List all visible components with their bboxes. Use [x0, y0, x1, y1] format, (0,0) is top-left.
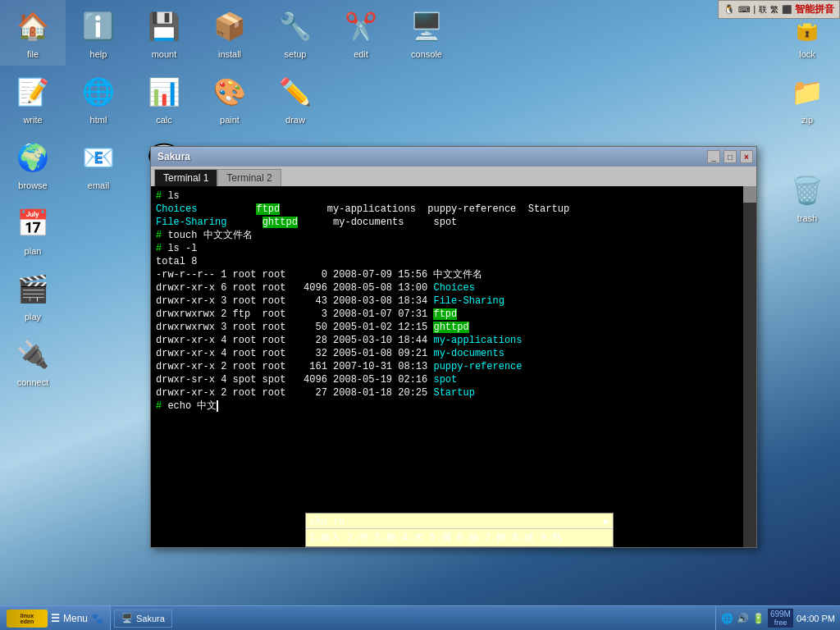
- icon-mount[interactable]: 💾 mount: [131, 0, 197, 66]
- icon-trash[interactable]: 🗑️ trash: [774, 164, 840, 230]
- icon-write[interactable]: 📝 write: [0, 66, 66, 131]
- taskbar-sakura-btn[interactable]: 🖥️ Sakura: [114, 609, 172, 628]
- desktop: 🐧 ⌨ | 联 繁 ⬛ 智能拼音 🏠 file ℹ️ help 💾 mount …: [0, 0, 840, 630]
- memory-amount: 699M: [770, 609, 791, 619]
- terminal-line: drwxr-sr-x 4 spot spot 4096 2008-05-19 0…: [156, 373, 751, 386]
- systray: 🌐 🔊 🔋 699M free 04:00 PM: [715, 606, 840, 630]
- icon-paint[interactable]: 🎨 paint: [197, 66, 262, 131]
- icon-calc[interactable]: 📊 calc: [131, 66, 197, 131]
- icon-play-label: play: [25, 312, 41, 322]
- terminal-line: drwxrwxrwx 3 root root 50 2005-01-02 12:…: [156, 321, 751, 334]
- memory-label: free: [770, 619, 791, 627]
- mount-icon: 💾: [144, 7, 184, 46]
- icon-draw-label: draw: [285, 115, 305, 125]
- speaker-icon: 🔊: [737, 613, 749, 624]
- icon-edit-label: edit: [354, 49, 368, 59]
- terminal-line: drwxr-xr-x 6 root root 4096 2008-05-08 1…: [156, 281, 751, 294]
- start-label: ☰: [51, 613, 60, 624]
- draw-icon: ✏️: [276, 72, 315, 112]
- help-icon: ℹ️: [79, 7, 118, 46]
- icon-help[interactable]: ℹ️ help: [66, 0, 131, 66]
- write-icon: 📝: [13, 72, 52, 112]
- minimize-button[interactable]: _: [707, 150, 720, 163]
- icon-install-label: install: [218, 49, 241, 59]
- taskbar: linuxeden ☰ Menu 🐾 🖥️ Sakura 🌐 🔊 🔋 699M …: [0, 605, 840, 630]
- console-icon: 🖥️: [407, 7, 446, 46]
- terminal-line: # echo 中文​: [156, 399, 751, 413]
- terminal-line: drwxr-xr-x 4 root root 28 2005-03-10 18:…: [156, 334, 751, 347]
- ime-icon5: ⬛: [782, 5, 792, 14]
- icon-install[interactable]: 📦 install: [197, 0, 262, 66]
- file-icon: 🏠: [13, 7, 52, 46]
- maximize-button[interactable]: □: [724, 150, 737, 163]
- terminal-line: drwxr-xr-x 2 root root 27 2008-01-18 20:…: [156, 386, 751, 399]
- autocomplete-options[interactable]: 1.输入 2.书 3.数 4.术 5.属 6.输 7.树 8.述 9.熟: [306, 529, 613, 546]
- menu-label: Menu: [63, 613, 88, 624]
- autocomplete-popup[interactable]: shu ru ▶ 1.输入 2.书 3.数 4.术 5.属 6.输 7.树 8.…: [305, 513, 614, 547]
- ime-icon3: 联: [759, 4, 767, 16]
- memory-display: 699M free: [768, 609, 793, 628]
- ime-label: 智能拼音: [795, 2, 834, 16]
- battery-icon: 🔋: [752, 613, 765, 624]
- terminal-line: drwxr-xr-x 2 root root 161 2007-10-31 08…: [156, 360, 751, 373]
- tab-terminal1[interactable]: Terminal 1: [154, 169, 217, 186]
- calc-icon: 📊: [144, 72, 184, 112]
- taskbar-app-label: Sakura: [136, 614, 165, 623]
- ime-status-icon: ⌨: [738, 5, 750, 14]
- setup-icon: 🔧: [276, 7, 315, 46]
- window-titlebar: Sakura _ □ ×: [151, 147, 756, 167]
- terminal-line: -rw-r--r-- 1 root root 0 2008-07-09 15:5…: [156, 268, 751, 281]
- icon-plan-label: plan: [25, 246, 42, 256]
- clock: 04:00 PM: [797, 614, 835, 623]
- icon-zip[interactable]: 📁 zip: [774, 66, 840, 131]
- icon-setup[interactable]: 🔧 setup: [262, 0, 328, 66]
- terminal-scrollbar[interactable]: [743, 186, 756, 547]
- install-icon: 📦: [210, 7, 249, 46]
- icon-paint-label: paint: [220, 115, 240, 125]
- icon-draw[interactable]: ✏️ draw: [262, 66, 328, 131]
- autocomplete-text: shu ru: [309, 515, 345, 527]
- icon-lock-label: lock: [799, 49, 815, 59]
- paw-icon: 🐾: [91, 613, 103, 624]
- ime-icon4: 繁: [770, 4, 778, 16]
- plan-icon: 📅: [13, 203, 52, 243]
- icon-edit[interactable]: ✂️ edit: [328, 0, 394, 66]
- paint-icon: 🎨: [210, 72, 249, 112]
- icon-browse-label: browse: [18, 180, 47, 190]
- edit-icon: ✂️: [341, 7, 381, 46]
- terminal-line: # ls: [156, 189, 751, 203]
- icon-email[interactable]: 📧 email: [66, 131, 131, 197]
- terminal-line: Choices ftpd my-applications puppy-refer…: [156, 203, 751, 216]
- icon-setup-label: setup: [285, 49, 307, 59]
- terminal-line: drwxr-xr-x 4 root root 32 2005-01-08 09:…: [156, 347, 751, 360]
- icon-mount-label: mount: [152, 49, 177, 59]
- icon-connect[interactable]: 🔌 connect: [0, 328, 66, 394]
- tab-terminal2[interactable]: Terminal 2: [217, 169, 281, 186]
- taskbar-apps: 🖥️ Sakura: [111, 609, 715, 628]
- terminal-line: # ls -l: [156, 242, 751, 255]
- linux-logo: linuxeden: [7, 609, 48, 628]
- terminal-body[interactable]: # ls Choices ftpd my-applications puppy-…: [151, 186, 756, 547]
- ime-bar[interactable]: 🐧 ⌨ | 联 繁 ⬛ 智能拼音: [718, 0, 840, 19]
- icon-file[interactable]: 🏠 file: [0, 0, 66, 66]
- icon-calc-label: calc: [156, 115, 172, 125]
- close-button[interactable]: ×: [740, 150, 753, 163]
- start-button[interactable]: linuxeden ☰ Menu 🐾: [0, 606, 111, 630]
- terminal-window: Sakura _ □ × Terminal 1 Terminal 2 # ls …: [150, 146, 757, 548]
- terminal-line: total 8: [156, 255, 751, 268]
- terminal-line: File-Sharing ghttpd my-documents spot: [156, 216, 751, 229]
- icon-help-label: help: [90, 49, 107, 59]
- window-title: Sakura: [154, 151, 704, 162]
- terminal-line: drwxrwxrwx 2 ftp root 3 2008-01-07 07:31…: [156, 308, 751, 321]
- icon-plan[interactable]: 📅 plan: [0, 197, 66, 262]
- terminal-line: drwxr-xr-x 3 root root 43 2008-03-08 18:…: [156, 294, 751, 308]
- terminal-taskbar-icon: 🖥️: [121, 613, 133, 623]
- icon-html[interactable]: 🌐 html: [66, 66, 131, 131]
- icon-play[interactable]: 🎬 play: [0, 262, 66, 328]
- icon-console[interactable]: 🖥️ console: [394, 0, 459, 66]
- ime-penguin-icon: 🐧: [724, 4, 735, 15]
- autocomplete-arrow: ▶: [604, 515, 609, 527]
- terminal-line: # touch 中文文件名: [156, 229, 751, 242]
- icon-browse[interactable]: 🌍 browse: [0, 131, 66, 197]
- connect-icon: 🔌: [13, 335, 52, 374]
